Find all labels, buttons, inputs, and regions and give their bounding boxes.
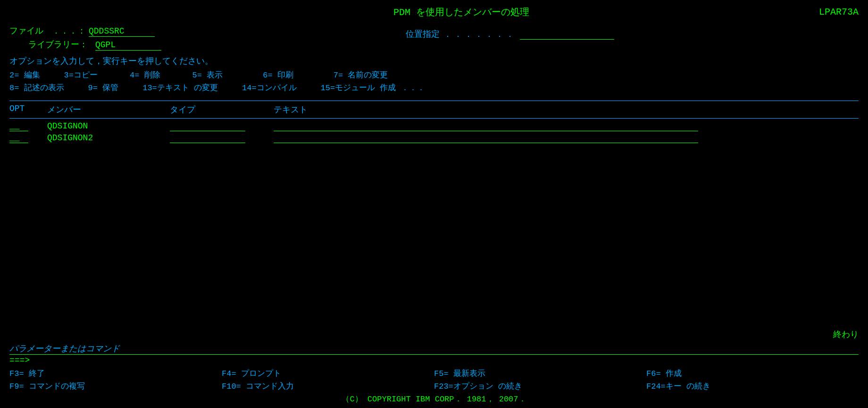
cmd-prompt: ===>	[9, 356, 30, 365]
type-field-2[interactable]	[170, 133, 274, 143]
col-header-text: テキスト	[274, 104, 859, 115]
header-divider	[9, 101, 859, 101]
member-name-1: QDSIGNON	[47, 121, 170, 131]
opt-field-1[interactable]: __	[9, 121, 47, 131]
position-label: 位置指定	[406, 28, 440, 40]
f3-key[interactable]: F3= 終了	[9, 368, 222, 379]
system-id: LPAR73A	[819, 7, 859, 17]
main-screen: PDM を使用したメンバーの処理 LPAR73A ファイル ．．．： QDDSS…	[0, 0, 868, 408]
table-row: __ QDSIGNON2	[9, 133, 859, 143]
f9-key[interactable]: F9= コマンドの複写	[9, 381, 222, 391]
library-label: ライブラリー：	[28, 39, 88, 50]
options-line1: 2= 編集 3=コピー 4= 削除 5= 表示 6= 印刷 7= 名前の変更	[9, 69, 859, 80]
title-row: PDM を使用したメンバーの処理 LPAR73A	[9, 4, 859, 18]
text-field-2[interactable]	[274, 133, 859, 143]
fkeys-row1: F3= 終了 F4= プロンプト F5= 最新表示 F6= 作成	[9, 368, 859, 379]
f5-key[interactable]: F5= 最新表示	[434, 368, 646, 379]
position-input[interactable]	[520, 30, 614, 40]
opt-field-2[interactable]: __	[9, 133, 47, 143]
f24-key[interactable]: F24=キー の続き	[646, 381, 859, 391]
type-field-1[interactable]	[170, 121, 274, 131]
member-name-2: QDSIGNON2	[47, 133, 170, 143]
owari-text: 終わり	[9, 329, 859, 340]
f10-key[interactable]: F10= コマンド入力	[222, 381, 434, 391]
library-value[interactable]: QGPL	[95, 40, 161, 51]
f23-key[interactable]: F23=オプション の続き	[434, 381, 646, 391]
library-row: ライブラリー： QGPL	[28, 39, 859, 51]
column-divider	[9, 118, 859, 119]
table-row: __ QDSIGNON	[9, 121, 859, 131]
col-header-member: メンバー	[47, 104, 170, 115]
position-dots: ．．．．．．．	[443, 28, 516, 40]
col-header-type: タイプ	[170, 104, 274, 115]
column-headers: OPT メンバー タイプ テキスト	[9, 104, 859, 115]
fkeys-row2: F9= コマンドの複写 F10= コマンド入力 F23=オプション の続き F2…	[9, 381, 859, 391]
screen-title: PDM を使用したメンバーの処理	[104, 6, 819, 18]
position-row: 位置指定 ．．．．．．．	[406, 28, 614, 40]
bottom-section: 終わり パラメーターまたはコマンド ===> F3= 終了 F4= プロンプト …	[0, 329, 868, 408]
f6-key[interactable]: F6= 作成	[646, 368, 859, 379]
file-value[interactable]: QDDSSRC	[89, 26, 155, 37]
instructions-text: オプションを入力して，実行キーを押してください。	[9, 55, 859, 67]
command-input-area[interactable]: ===>	[9, 354, 859, 365]
options-line2: 8= 記述の表示 9= 保管 13=テキスト の変更 14=コンパイル 15=モ…	[9, 82, 859, 93]
col-header-opt: OPT	[9, 104, 47, 115]
file-label: ファイル ．．．：	[9, 25, 86, 36]
copyright-text: （C） COPYRIGHT IBM CORP． 1981， 2007．	[9, 393, 859, 404]
param-label: パラメーターまたはコマンド	[9, 343, 859, 354]
text-field-1[interactable]	[274, 121, 859, 131]
f4-key[interactable]: F4= プロンプト	[222, 368, 434, 379]
